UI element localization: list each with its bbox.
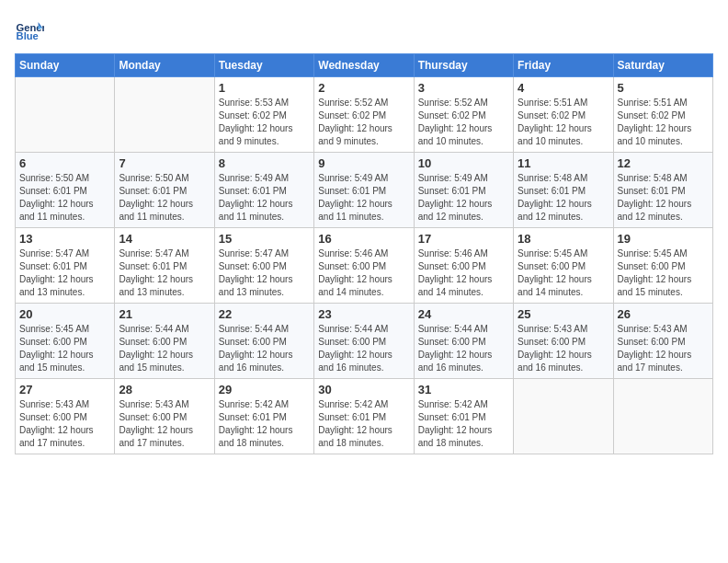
day-number: 26 [618,307,709,321]
calendar-cell: 30Sunrise: 5:42 AM Sunset: 6:01 PM Dayli… [314,379,414,454]
calendar-cell: 12Sunrise: 5:48 AM Sunset: 6:01 PM Dayli… [613,153,712,228]
calendar-cell: 2Sunrise: 5:52 AM Sunset: 6:02 PM Daylig… [314,77,414,153]
calendar-cell: 11Sunrise: 5:48 AM Sunset: 6:01 PM Dayli… [514,153,613,228]
calendar-header-row: SundayMondayTuesdayWednesdayThursdayFrid… [16,54,713,77]
day-info: Sunrise: 5:44 AM Sunset: 6:00 PM Dayligh… [318,323,409,374]
calendar-cell: 24Sunrise: 5:44 AM Sunset: 6:00 PM Dayli… [414,304,513,379]
logo-icon: General Blue [15,15,44,44]
header-cell-saturday: Saturday [613,54,712,77]
day-info: Sunrise: 5:47 AM Sunset: 6:00 PM Dayligh… [219,247,310,299]
calendar-cell: 1Sunrise: 5:53 AM Sunset: 6:02 PM Daylig… [214,77,313,153]
calendar-cell: 22Sunrise: 5:44 AM Sunset: 6:00 PM Dayli… [214,304,313,379]
day-number: 14 [119,232,210,246]
day-info: Sunrise: 5:43 AM Sunset: 6:00 PM Dayligh… [119,398,210,450]
calendar-week-row: 20Sunrise: 5:45 AM Sunset: 6:00 PM Dayli… [16,304,713,379]
day-info: Sunrise: 5:47 AM Sunset: 6:01 PM Dayligh… [19,247,110,299]
calendar-cell [16,77,115,153]
day-number: 7 [119,156,210,170]
day-number: 16 [318,232,409,246]
day-number: 19 [618,232,709,246]
logo: General Blue [15,15,44,44]
day-info: Sunrise: 5:51 AM Sunset: 6:02 PM Dayligh… [518,97,609,148]
day-number: 5 [618,81,709,95]
day-number: 27 [19,383,110,396]
day-info: Sunrise: 5:46 AM Sunset: 6:00 PM Dayligh… [418,247,509,299]
day-info: Sunrise: 5:42 AM Sunset: 6:01 PM Dayligh… [219,398,310,450]
header-cell-friday: Friday [514,54,613,77]
day-number: 11 [518,156,609,170]
calendar-cell: 18Sunrise: 5:45 AM Sunset: 6:00 PM Dayli… [514,228,613,304]
day-number: 9 [318,156,409,170]
day-number: 21 [119,307,210,321]
day-info: Sunrise: 5:48 AM Sunset: 6:01 PM Dayligh… [618,172,709,224]
day-info: Sunrise: 5:48 AM Sunset: 6:01 PM Dayligh… [518,172,609,224]
calendar-cell: 5Sunrise: 5:51 AM Sunset: 6:02 PM Daylig… [613,77,712,153]
day-number: 4 [518,81,609,95]
day-info: Sunrise: 5:44 AM Sunset: 6:00 PM Dayligh… [418,323,509,374]
day-info: Sunrise: 5:47 AM Sunset: 6:01 PM Dayligh… [119,247,210,299]
header-cell-wednesday: Wednesday [314,54,414,77]
day-info: Sunrise: 5:50 AM Sunset: 6:01 PM Dayligh… [19,172,110,224]
day-number: 8 [219,156,310,170]
calendar-week-row: 27Sunrise: 5:43 AM Sunset: 6:00 PM Dayli… [16,379,713,454]
calendar-week-row: 6Sunrise: 5:50 AM Sunset: 6:01 PM Daylig… [16,153,713,228]
day-number: 22 [219,307,310,321]
calendar-cell: 29Sunrise: 5:42 AM Sunset: 6:01 PM Dayli… [214,379,313,454]
calendar-cell: 10Sunrise: 5:49 AM Sunset: 6:01 PM Dayli… [414,153,513,228]
calendar-cell: 6Sunrise: 5:50 AM Sunset: 6:01 PM Daylig… [16,153,115,228]
calendar-cell: 19Sunrise: 5:45 AM Sunset: 6:00 PM Dayli… [613,228,712,304]
day-info: Sunrise: 5:49 AM Sunset: 6:01 PM Dayligh… [318,172,409,224]
calendar-cell: 7Sunrise: 5:50 AM Sunset: 6:01 PM Daylig… [115,153,214,228]
calendar-cell: 25Sunrise: 5:43 AM Sunset: 6:00 PM Dayli… [514,304,613,379]
day-info: Sunrise: 5:49 AM Sunset: 6:01 PM Dayligh… [219,172,310,224]
page-header: General Blue [15,15,713,44]
day-info: Sunrise: 5:42 AM Sunset: 6:01 PM Dayligh… [318,398,409,450]
day-info: Sunrise: 5:42 AM Sunset: 6:01 PM Dayligh… [418,398,509,450]
calendar-cell: 8Sunrise: 5:49 AM Sunset: 6:01 PM Daylig… [214,153,313,228]
day-number: 13 [19,232,110,246]
header-cell-monday: Monday [115,54,214,77]
day-info: Sunrise: 5:49 AM Sunset: 6:01 PM Dayligh… [418,172,509,224]
calendar-cell [613,379,712,454]
calendar-cell [115,77,214,153]
day-number: 10 [418,156,509,170]
calendar-cell: 20Sunrise: 5:45 AM Sunset: 6:00 PM Dayli… [16,304,115,379]
day-info: Sunrise: 5:52 AM Sunset: 6:02 PM Dayligh… [318,97,409,148]
calendar-cell: 21Sunrise: 5:44 AM Sunset: 6:00 PM Dayli… [115,304,214,379]
svg-text:Blue: Blue [17,30,39,41]
calendar-cell: 4Sunrise: 5:51 AM Sunset: 6:02 PM Daylig… [514,77,613,153]
day-info: Sunrise: 5:50 AM Sunset: 6:01 PM Dayligh… [119,172,210,224]
calendar-cell: 23Sunrise: 5:44 AM Sunset: 6:00 PM Dayli… [314,304,414,379]
calendar-cell: 13Sunrise: 5:47 AM Sunset: 6:01 PM Dayli… [16,228,115,304]
calendar-week-row: 1Sunrise: 5:53 AM Sunset: 6:02 PM Daylig… [16,77,713,153]
day-number: 28 [119,383,210,396]
day-number: 2 [318,81,409,95]
day-number: 25 [518,307,609,321]
header-cell-sunday: Sunday [16,54,115,77]
header-cell-thursday: Thursday [414,54,513,77]
day-info: Sunrise: 5:46 AM Sunset: 6:00 PM Dayligh… [318,247,409,299]
day-info: Sunrise: 5:45 AM Sunset: 6:00 PM Dayligh… [618,247,709,299]
header-cell-tuesday: Tuesday [214,54,313,77]
day-number: 20 [19,307,110,321]
day-number: 23 [318,307,409,321]
day-number: 3 [418,81,509,95]
day-info: Sunrise: 5:43 AM Sunset: 6:00 PM Dayligh… [618,323,709,374]
calendar-table: SundayMondayTuesdayWednesdayThursdayFrid… [15,53,713,454]
day-number: 12 [618,156,709,170]
day-number: 24 [418,307,509,321]
day-info: Sunrise: 5:44 AM Sunset: 6:00 PM Dayligh… [219,323,310,374]
day-number: 6 [19,156,110,170]
calendar-cell: 31Sunrise: 5:42 AM Sunset: 6:01 PM Dayli… [414,379,513,454]
calendar-cell: 16Sunrise: 5:46 AM Sunset: 6:00 PM Dayli… [314,228,414,304]
calendar-week-row: 13Sunrise: 5:47 AM Sunset: 6:01 PM Dayli… [16,228,713,304]
day-info: Sunrise: 5:53 AM Sunset: 6:02 PM Dayligh… [219,97,310,148]
calendar-cell [514,379,613,454]
day-info: Sunrise: 5:51 AM Sunset: 6:02 PM Dayligh… [618,97,709,148]
day-number: 15 [219,232,310,246]
calendar-cell: 15Sunrise: 5:47 AM Sunset: 6:00 PM Dayli… [214,228,313,304]
day-number: 29 [219,383,310,396]
day-number: 30 [318,383,409,396]
day-info: Sunrise: 5:45 AM Sunset: 6:00 PM Dayligh… [19,323,110,374]
day-info: Sunrise: 5:43 AM Sunset: 6:00 PM Dayligh… [19,398,110,450]
